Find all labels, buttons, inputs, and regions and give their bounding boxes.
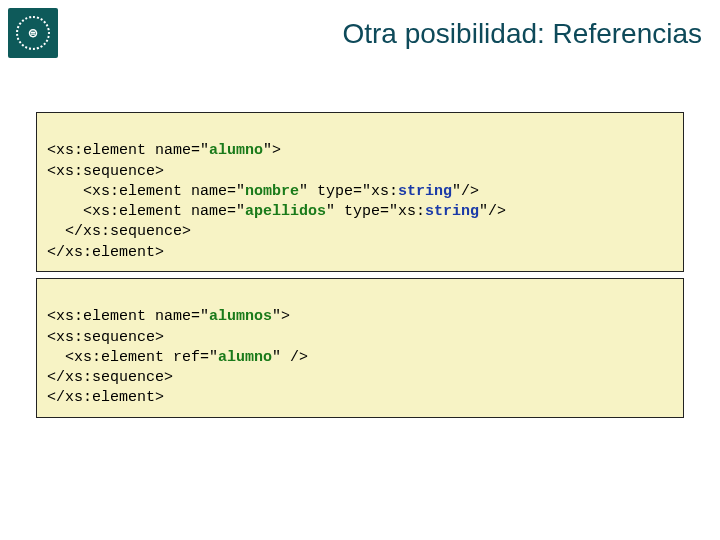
code-text: <xs:element name="	[47, 308, 209, 325]
slide-title: Otra posibilidad: Referencias	[342, 18, 702, 50]
code-text: <xs:sequence>	[47, 163, 164, 180]
code-text: "/>	[452, 183, 479, 200]
code-text: </xs:element>	[47, 244, 164, 261]
code-text: "/>	[479, 203, 506, 220]
code-string: nombre	[245, 183, 299, 200]
institution-logo: ⊜	[8, 8, 58, 58]
code-string: apellidos	[245, 203, 326, 220]
code-text: ">	[263, 142, 281, 159]
code-text: </xs:sequence>	[65, 223, 191, 240]
code-text: </xs:element>	[47, 389, 164, 406]
code-block-1: <xs:element name="alumno"> <xs:sequence>…	[36, 112, 684, 272]
code-text: " />	[272, 349, 308, 366]
code-text: <xs:element ref="	[65, 349, 218, 366]
code-string: alumnos	[209, 308, 272, 325]
code-text: " type="xs:	[326, 203, 425, 220]
code-text: <xs:element name="	[47, 142, 209, 159]
code-block-2: <xs:element name="alumnos"> <xs:sequence…	[36, 278, 684, 418]
code-text: <xs:element name="	[83, 203, 245, 220]
logo-glyph: ⊜	[16, 16, 50, 50]
code-text: </xs:sequence>	[47, 369, 173, 386]
code-type: string	[398, 183, 452, 200]
code-string: alumno	[218, 349, 272, 366]
code-text: <xs:element name="	[83, 183, 245, 200]
code-string: alumno	[209, 142, 263, 159]
code-text: <xs:sequence>	[47, 329, 164, 346]
code-type: string	[425, 203, 479, 220]
code-text: " type="xs:	[299, 183, 398, 200]
code-text: ">	[272, 308, 290, 325]
